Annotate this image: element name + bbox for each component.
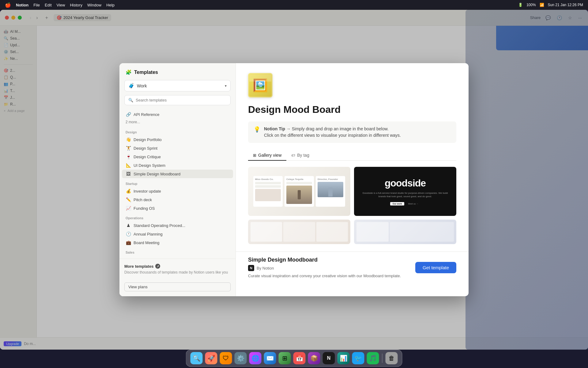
template-preview: 🖼️ Design Mood Board 💡 Notion Tip → Simp… <box>236 63 469 251</box>
modal-overlay: 🧩 Templates 🧳 Work ▾ 🔍 🔗 API Ref <box>0 10 588 350</box>
gallery-item-1: Miss Goods Co. Celaya Tequila <box>248 167 350 216</box>
templates-main: 🖼️ Design Mood Board 💡 Notion Tip → Simp… <box>236 63 469 296</box>
menu-window[interactable]: Window <box>87 3 101 7</box>
gallery-item-2: goodside Goodside is a full-service bran… <box>354 167 456 216</box>
dock-notion[interactable]: N <box>322 351 336 365</box>
apple-menu[interactable]: 🍎 <box>5 2 11 8</box>
list-item-design-critique[interactable]: 🍷 Design Critique <box>122 152 233 161</box>
gallery-inner: Miss Goods Co. Celaya Tequila <box>253 176 345 207</box>
battery-icon: 🔋 <box>518 3 523 7</box>
templates-sidebar: 🧩 Templates 🧳 Work ▾ 🔍 🔗 API Ref <box>119 63 236 296</box>
template-cover-image: 🖼️ <box>248 73 273 98</box>
templates-list: 🔗 API Reference 2 more... Design 👋 Desig… <box>119 110 236 259</box>
design-critique-label: Design Critique <box>134 155 161 159</box>
dock: 🔍 🚀 🛡 ⚙️ 🌐 ✉️ ⊞ 📅 📦 N 📊 🐦 🎵 🗑 <box>186 350 402 367</box>
dock-apps[interactable]: ⊞ <box>278 351 292 365</box>
gallery-col-3: Director, Founder <box>316 176 345 207</box>
tip-icon: 💡 <box>254 126 260 133</box>
wifi-icon: 📶 <box>540 3 544 7</box>
menu-history[interactable]: History <box>70 3 82 7</box>
clock: Sun 21 Jan 12:26 PM <box>548 3 583 7</box>
list-item-api-label: API Reference <box>134 112 160 117</box>
tag-icon: 🏷 <box>291 153 295 158</box>
dock-trash[interactable]: 🗑 <box>385 351 398 365</box>
search-input[interactable] <box>136 98 227 102</box>
list-item-ui-design[interactable]: 📐 UI Design System <box>122 161 233 170</box>
tab-by-tag[interactable]: 🏷 By tag <box>286 150 314 161</box>
dock-notes[interactable]: 📦 <box>307 351 321 365</box>
list-item-funding-os[interactable]: 📈 Funding OS <box>122 204 233 213</box>
menu-file[interactable]: File <box>33 3 40 7</box>
menubar: 🍎 Notion File Edit View History Window H… <box>0 0 588 10</box>
menu-help[interactable]: Help <box>106 3 115 7</box>
tip-text-line2: Click on the different views to visualis… <box>264 133 401 138</box>
dock-launchpad[interactable]: 🚀 <box>205 351 218 365</box>
template-by: N By Notion <box>248 265 401 271</box>
templates-header: 🧩 Templates <box>119 63 236 80</box>
template-info-bar: Simple Design Moodboard N By Notion Cura… <box>236 251 469 283</box>
goodside-content: goodside Goodside is a full-service bran… <box>354 178 456 205</box>
more-templates-desc: Discover thousands of templates made by … <box>124 270 231 275</box>
list-item-design-sprint[interactable]: 🏋 Design Sprint <box>122 144 233 152</box>
list-item-board-meeting[interactable]: 💼 Board Meeting <box>122 238 233 247</box>
more-templates-title-text: More templates <box>124 264 153 269</box>
dock-settings[interactable]: ⚙️ <box>234 351 247 365</box>
design-portfolio-icon: 👋 <box>126 137 131 142</box>
list-item-moodboard[interactable]: 🖼 Simple Design Moodboard <box>122 170 233 178</box>
tab-tag-label: By tag <box>297 153 309 158</box>
dock-twitter[interactable]: 🐦 <box>352 351 365 365</box>
goodside-text: goodside <box>385 178 426 189</box>
view-plans-button[interactable]: View plans <box>124 282 231 291</box>
gallery-col-2: Celaya Tequila <box>285 176 314 207</box>
more-link-label: 2 more... <box>126 120 140 124</box>
pitch-deck-label: Pitch deck <box>134 197 152 202</box>
dock-shield[interactable]: 🛡 <box>219 351 233 365</box>
list-item-pitch-deck[interactable]: ✏️ Pitch deck <box>122 195 233 204</box>
dock-mail[interactable]: ✉️ <box>263 351 277 365</box>
more-templates-badge: ↗ <box>155 264 160 269</box>
more-templates-section: More templates ↗ Discover thousands of t… <box>119 259 236 280</box>
tab-gallery-view[interactable]: ⊞ Gallery view <box>248 150 286 161</box>
section-sales-label: Sales <box>122 247 233 255</box>
annual-planning-label: Annual Planning <box>134 232 163 236</box>
template-by-label: By Notion <box>257 266 274 270</box>
notion-logo: N <box>248 265 254 271</box>
list-item-annual-planning[interactable]: 🕐 Annual Planning <box>122 230 233 238</box>
dock-stats[interactable]: 📊 <box>337 351 350 365</box>
dock-spotify[interactable]: 🎵 <box>366 351 380 365</box>
gallery-grid: Miss Goods Co. Celaya Tequila <box>248 167 456 216</box>
goodside-btn-1: Our work <box>390 202 405 205</box>
menu-edit[interactable]: Edit <box>45 3 51 7</box>
list-item-investor-update[interactable]: 💰 Investor update <box>122 187 233 195</box>
template-info-name: Simple Design Moodboard <box>248 257 401 263</box>
template-title: Design Mood Board <box>248 104 456 115</box>
app-name[interactable]: Notion <box>16 3 28 7</box>
board-meeting-label: Board Meeting <box>134 240 160 245</box>
sop-icon: ♟ <box>126 223 131 228</box>
dock-finder[interactable]: 🔍 <box>190 351 203 365</box>
category-dropdown[interactable]: 🧳 Work ▾ <box>124 80 231 91</box>
design-portfolio-label: Design Portfolio <box>134 137 162 142</box>
board-meeting-icon: 💼 <box>126 240 131 245</box>
more-link[interactable]: 2 more... <box>122 119 233 127</box>
investor-label: Investor update <box>134 189 161 194</box>
view-tabs: ⊞ Gallery view 🏷 By tag <box>248 150 456 161</box>
section-operations-label: Operations <box>122 213 233 221</box>
list-item-api[interactable]: 🔗 API Reference <box>122 110 233 119</box>
more-templates-title: More templates ↗ <box>124 264 231 269</box>
funding-icon: 📈 <box>126 206 131 211</box>
menu-view[interactable]: View <box>57 3 65 7</box>
get-template-button[interactable]: Get template <box>415 262 456 273</box>
dock-calendar[interactable]: 📅 <box>293 351 306 365</box>
dock-arc[interactable]: 🌐 <box>249 351 262 365</box>
list-item-design-portfolio[interactable]: 👋 Design Portfolio <box>122 135 233 144</box>
template-description: Curate visual inspiration and convey you… <box>248 274 401 278</box>
investor-icon: 💰 <box>126 189 131 194</box>
annual-planning-icon: 🕐 <box>126 232 131 236</box>
section-design-label: Design <box>122 127 233 135</box>
search-templates[interactable]: 🔍 <box>124 95 231 105</box>
templates-title: Templates <box>134 70 158 75</box>
link-icon: 🔗 <box>126 112 131 117</box>
pitch-deck-icon: ✏️ <box>126 197 131 202</box>
list-item-sop[interactable]: ♟ Standard Operating Proced... <box>122 221 233 230</box>
